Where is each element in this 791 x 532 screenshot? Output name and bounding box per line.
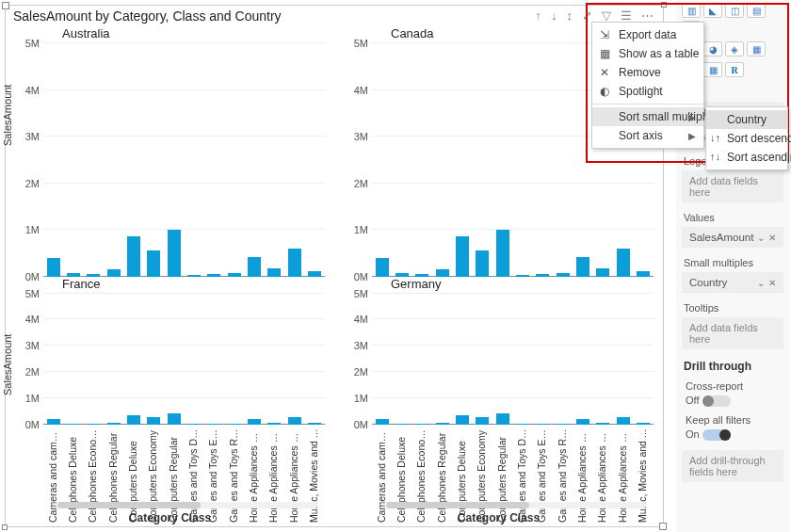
close-icon[interactable]: ✕: [768, 278, 776, 288]
close-icon[interactable]: ✕: [768, 233, 776, 243]
bar[interactable]: [107, 269, 121, 276]
menu-spotlight[interactable]: ◐Spotlight: [592, 82, 703, 101]
cross-report-label: Cross-report: [686, 380, 780, 392]
bar[interactable]: [127, 236, 140, 276]
menu-sort-small-multiples[interactable]: Sort small multiples▶: [592, 107, 703, 126]
tooltips-dropzone[interactable]: Add data fields here: [682, 317, 783, 349]
bar[interactable]: [536, 424, 549, 425]
bar[interactable]: [47, 258, 60, 277]
bar[interactable]: [187, 424, 201, 425]
bar[interactable]: [436, 269, 449, 276]
expand-icon[interactable]: ↕: [567, 8, 573, 23]
bar[interactable]: [147, 417, 160, 425]
y-tick: 5M: [11, 288, 40, 299]
chevron-right-icon: ▶: [688, 131, 696, 141]
category-tick: Computers Deluxe: [456, 428, 469, 523]
y-tick: 1M: [11, 224, 40, 235]
category-tick: Home Appliances Regular: [288, 428, 301, 523]
bar[interactable]: [617, 417, 630, 425]
bar[interactable]: [267, 423, 281, 426]
keep-all-filters-label: Keep all filters: [686, 414, 780, 426]
category-tick: Games and Toys Economy: [207, 428, 220, 523]
bar[interactable]: [576, 419, 589, 425]
category-tick: Cell phones Deluxe: [396, 428, 409, 523]
bar[interactable]: [248, 257, 261, 277]
category-tick: Games and Toys Regular: [228, 428, 241, 523]
sort-desc-icon: ↓↑: [710, 132, 720, 143]
bar[interactable]: [436, 423, 449, 426]
bar[interactable]: [168, 230, 181, 277]
bar[interactable]: [228, 424, 241, 425]
x-scrollbar[interactable]: [57, 502, 317, 508]
category-tick: Games and Toys Deluxe: [187, 428, 201, 523]
bar[interactable]: [376, 419, 389, 425]
bar[interactable]: [637, 423, 650, 425]
bar[interactable]: [168, 413, 181, 425]
bar[interactable]: [376, 258, 389, 277]
drillthrough-dropzone[interactable]: Add drill-through fields here: [682, 450, 783, 482]
bar[interactable]: [496, 413, 509, 425]
submenu-sort-descending[interactable]: ↓↑Sort descending: [706, 129, 787, 148]
bar[interactable]: [476, 250, 489, 276]
x-scrollbar[interactable]: [386, 502, 646, 508]
smallmultiples-field-country[interactable]: Country⌄✕: [682, 272, 783, 293]
bar-group: [372, 294, 654, 426]
bar[interactable]: [147, 250, 160, 276]
sort-asc-icon: ↑↓: [710, 151, 720, 162]
bar[interactable]: [476, 417, 489, 425]
category-axis-labels: Cameras and camcord…Cell phones DeluxeCe…: [43, 428, 325, 524]
bar[interactable]: [127, 415, 140, 425]
y-tick: 0M: [340, 419, 368, 430]
y-tick: 3M: [11, 340, 40, 351]
y-tick: 4M: [11, 314, 40, 325]
bar[interactable]: [617, 249, 630, 277]
table-icon: ▦: [598, 47, 611, 60]
bar[interactable]: [557, 424, 570, 425]
y-tick: 1M: [11, 393, 40, 404]
bar[interactable]: [415, 424, 428, 425]
bar[interactable]: [596, 268, 609, 276]
y-tick: 3M: [340, 131, 368, 142]
bar[interactable]: [456, 236, 469, 276]
submenu-sort-ascending[interactable]: ↑↓Sort ascending: [706, 148, 787, 167]
drill-up-icon[interactable]: ↑: [536, 8, 542, 23]
bar[interactable]: [396, 424, 409, 425]
chevron-down-icon[interactable]: ⌄: [757, 278, 765, 288]
bar[interactable]: [107, 423, 121, 426]
y-tick: 3M: [11, 131, 40, 142]
bar[interactable]: [87, 424, 100, 425]
values-field-salesamount[interactable]: SalesAmount⌄✕: [682, 227, 783, 248]
chevron-right-icon: ▶: [688, 112, 696, 122]
legend-dropzone[interactable]: Add data fields here: [682, 170, 783, 202]
bar[interactable]: [496, 230, 509, 277]
bar[interactable]: [516, 424, 529, 425]
bar[interactable]: [267, 268, 281, 276]
bar[interactable]: [67, 424, 80, 425]
bar[interactable]: [47, 419, 60, 425]
submenu-sort-by-country[interactable]: Country: [706, 110, 787, 129]
y-tick: 3M: [340, 340, 368, 351]
category-tick: Games and Toys Deluxe: [516, 428, 529, 523]
category-tick: Cell phones Regular: [436, 428, 449, 523]
menu-show-as-table[interactable]: ▦Show as a table: [592, 44, 703, 63]
bar[interactable]: [248, 419, 261, 425]
y-tick: 4M: [11, 85, 40, 96]
category-tick: Cell phones Deluxe: [67, 428, 80, 523]
bar[interactable]: [288, 249, 301, 277]
drill-down-icon[interactable]: ↓: [551, 8, 557, 23]
bar[interactable]: [288, 417, 301, 425]
bar[interactable]: [308, 423, 321, 425]
category-tick: Computers Economy: [147, 428, 160, 523]
bar[interactable]: [576, 257, 589, 277]
keep-all-filters-toggle[interactable]: [702, 429, 731, 441]
bar[interactable]: [207, 424, 220, 425]
category-tick: Home Appliances Econo…: [596, 428, 609, 523]
chevron-down-icon[interactable]: ⌄: [757, 233, 765, 243]
menu-sort-axis[interactable]: Sort axis▶: [592, 126, 703, 145]
cross-report-toggle[interactable]: [702, 395, 731, 407]
bar[interactable]: [456, 415, 469, 425]
multiple-cell-australia: AustraliaSalesAmount0M1M2M3M4M5M: [6, 26, 334, 277]
menu-export-data[interactable]: ⇲Export data: [592, 25, 703, 44]
bar[interactable]: [596, 423, 609, 426]
menu-remove[interactable]: ✕Remove: [592, 63, 703, 82]
